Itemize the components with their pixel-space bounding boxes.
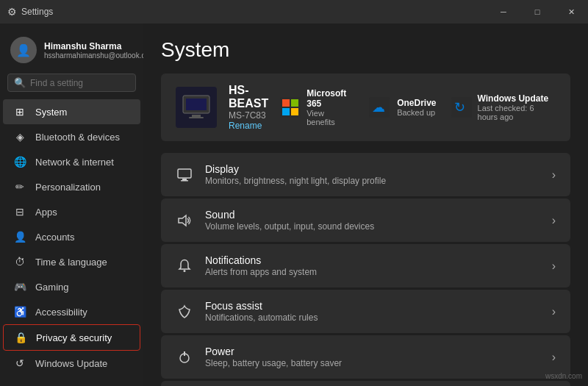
- sidebar: 👤 Himanshu Sharma hssharmahimanshu@outlo…: [0, 24, 143, 386]
- sidebar-item-label-windows-update: Windows Update: [35, 358, 107, 369]
- focus-assist-title: Focus assist: [205, 300, 540, 312]
- sidebar-item-label-accessibility: Accessibility: [35, 307, 87, 318]
- windows-update-cloud-text: Windows UpdateLast checked: 6 hours ago: [478, 93, 556, 121]
- notifications-icon: [176, 257, 193, 275]
- svg-text:↻: ↻: [454, 100, 465, 115]
- personalization-icon: ✏: [13, 180, 26, 193]
- minimize-button[interactable]: ─: [487, 0, 520, 24]
- settings-row-sound[interactable]: SoundVolume levels, output, input, sound…: [161, 199, 570, 242]
- sidebar-item-label-gaming: Gaming: [35, 282, 69, 293]
- settings-row-storage[interactable]: StorageStorage space, drives, configurat…: [161, 381, 570, 386]
- user-email: hssharmahimanshu@outlook.com: [44, 51, 143, 60]
- sound-sub: Volume levels, output, input, sound devi…: [205, 221, 540, 232]
- cloud-item-onedrive[interactable]: ☁OneDriveBacked up: [368, 96, 436, 119]
- sidebar-item-bluetooth[interactable]: ◈Bluetooth & devices: [3, 124, 140, 149]
- notifications-text: NotificationsAlerts from apps and system: [205, 254, 540, 277]
- sidebar-item-label-privacy: Privacy & security: [36, 332, 112, 343]
- power-sub: Sleep, battery usage, battery saver: [205, 358, 540, 368]
- sidebar-item-personalization[interactable]: ✏Personalization: [3, 174, 140, 199]
- microsoft365-cloud-icon: [280, 96, 301, 119]
- focus-assist-sub: Notifications, automatic rules: [205, 312, 540, 323]
- sidebar-item-system[interactable]: ⊞System: [3, 99, 140, 124]
- network-icon: 🌐: [13, 155, 26, 168]
- main-container: 👤 Himanshu Sharma hssharmahimanshu@outlo…: [0, 24, 588, 386]
- onedrive-cloud-text: OneDriveBacked up: [397, 98, 436, 117]
- svg-rect-1: [186, 99, 207, 110]
- search-input[interactable]: [30, 78, 129, 88]
- notifications-arrow-icon: ›: [552, 260, 556, 273]
- power-text: PowerSleep, battery usage, battery saver: [205, 346, 540, 368]
- svg-rect-15: [181, 180, 188, 182]
- microsoft365-cloud-title: Microsoft 365: [306, 88, 353, 109]
- main-content: System HS-BEAST MS-7C83 Rename Microsoft…: [143, 24, 588, 386]
- power-icon: [176, 349, 193, 366]
- device-model: MS-7C83: [229, 110, 268, 121]
- gaming-icon: 🎮: [13, 280, 26, 293]
- sidebar-item-accessibility[interactable]: ♿Accessibility: [3, 299, 140, 324]
- device-info: HS-BEAST MS-7C83 Rename: [229, 84, 268, 131]
- focus-assist-arrow-icon: ›: [552, 305, 556, 318]
- sidebar-item-gaming[interactable]: 🎮Gaming: [3, 274, 140, 299]
- user-info: Himanshu Sharma hssharmahimanshu@outlook…: [44, 41, 143, 60]
- notifications-title: Notifications: [205, 254, 540, 266]
- time-icon: ⏱: [13, 255, 26, 268]
- settings-row-display[interactable]: DisplayMonitors, brightness, night light…: [161, 153, 570, 196]
- focus-assist-text: Focus assistNotifications, automatic rul…: [205, 300, 540, 323]
- windows-update-cloud-sub: Last checked: 6 hours ago: [478, 104, 556, 121]
- titlebar-left: ⚙ Settings: [7, 6, 53, 18]
- search-box[interactable]: 🔍: [7, 74, 136, 92]
- windows-update-cloud-icon: ↻: [451, 96, 472, 119]
- svg-rect-3: [189, 117, 204, 118]
- sidebar-item-label-personalization: Personalization: [35, 182, 101, 193]
- display-icon: [176, 166, 193, 184]
- sidebar-item-time[interactable]: ⏱Time & language: [3, 249, 140, 274]
- sound-text: SoundVolume levels, output, input, sound…: [205, 209, 540, 232]
- power-title: Power: [205, 346, 540, 357]
- cloud-item-windows-update[interactable]: ↻Windows UpdateLast checked: 6 hours ago: [451, 93, 556, 121]
- sidebar-item-label-accounts: Accounts: [35, 232, 74, 243]
- titlebar-title: Settings: [21, 7, 53, 17]
- privacy-icon: 🔒: [14, 331, 27, 344]
- avatar: 👤: [10, 37, 37, 63]
- cloud-item-microsoft365[interactable]: Microsoft 365View benefits: [280, 88, 353, 126]
- cloud-services: Microsoft 365View benefits☁OneDriveBacke…: [280, 88, 556, 126]
- titlebar: ⚙ Settings ─ □ ✕: [0, 0, 588, 24]
- display-sub: Monitors, brightness, night light, displ…: [205, 176, 540, 186]
- display-arrow-icon: ›: [552, 168, 556, 182]
- sidebar-item-windows-update[interactable]: ↺Windows Update: [3, 351, 140, 376]
- maximize-button[interactable]: □: [520, 0, 554, 24]
- svg-rect-14: [182, 179, 187, 180]
- sidebar-item-apps[interactable]: ⊟Apps: [3, 199, 140, 224]
- settings-row-power[interactable]: PowerSleep, battery usage, battery saver…: [161, 335, 570, 379]
- settings-row-focus-assist[interactable]: Focus assistNotifications, automatic rul…: [161, 290, 570, 333]
- watermark: wsxdn.com: [545, 372, 582, 380]
- sound-arrow-icon: ›: [552, 214, 556, 227]
- sidebar-item-label-time: Time & language: [35, 257, 107, 268]
- sidebar-item-accounts[interactable]: 👤Accounts: [3, 224, 140, 249]
- onedrive-cloud-title: OneDrive: [397, 98, 436, 108]
- sidebar-item-label-system: System: [35, 107, 67, 118]
- user-section[interactable]: 👤 Himanshu Sharma hssharmahimanshu@outlo…: [0, 29, 143, 74]
- search-icon: 🔍: [14, 77, 26, 88]
- settings-icon: ⚙: [7, 6, 17, 18]
- settings-row-notifications[interactable]: NotificationsAlerts from apps and system…: [161, 244, 570, 287]
- svg-marker-16: [179, 215, 186, 226]
- svg-rect-2: [192, 115, 201, 117]
- windows-update-cloud-title: Windows Update: [478, 93, 556, 104]
- titlebar-controls: ─ □ ✕: [487, 0, 588, 24]
- svg-rect-5: [282, 99, 290, 107]
- onedrive-cloud-sub: Backed up: [397, 108, 436, 117]
- device-card: HS-BEAST MS-7C83 Rename Microsoft 365Vie…: [161, 74, 570, 141]
- device-icon: [176, 87, 217, 128]
- device-rename-link[interactable]: Rename: [229, 121, 268, 131]
- microsoft365-cloud-sub: View benefits: [306, 109, 353, 126]
- display-text: DisplayMonitors, brightness, night light…: [205, 163, 540, 186]
- sidebar-item-privacy[interactable]: 🔒Privacy & security: [3, 324, 140, 351]
- svg-rect-8: [291, 108, 298, 115]
- close-button[interactable]: ✕: [554, 0, 588, 24]
- svg-rect-13: [178, 169, 191, 178]
- accessibility-icon: ♿: [13, 305, 26, 318]
- sidebar-item-network[interactable]: 🌐Network & internet: [3, 149, 140, 174]
- display-title: Display: [205, 163, 540, 175]
- onedrive-cloud-icon: ☁: [368, 96, 391, 119]
